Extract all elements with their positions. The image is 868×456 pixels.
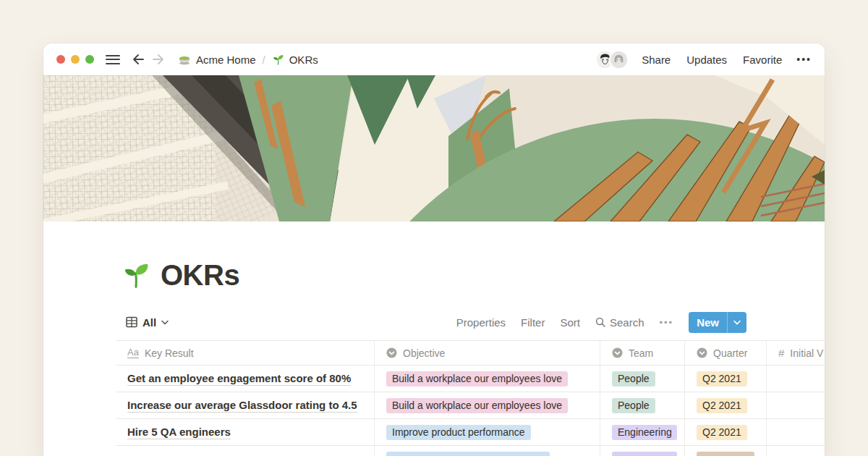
filter-button[interactable]: Filter [521,316,545,329]
okr-table: Aa Key Result Objective Team Quarter # [116,340,825,456]
table-row[interactable]: Increase our average Glassdoor rating to… [116,392,825,419]
column-header-quarter[interactable]: Quarter [685,341,767,365]
team-tag[interactable]: People [612,398,655,413]
quarter-tag[interactable]: Q2 2021 [697,371,747,387]
new-button-dropdown[interactable] [728,312,746,333]
updates-button[interactable]: Updates [686,54,727,66]
number-property-icon: # [778,347,784,359]
team-tag[interactable] [612,452,677,456]
objective-tag[interactable]: Improve product performance [386,425,531,440]
column-header-team[interactable]: Team [600,341,685,365]
objective-tag[interactable] [386,452,550,456]
chevron-down-icon [733,320,741,325]
page-title[interactable]: OKRs [161,259,239,292]
seedling-icon [272,54,284,66]
table-row[interactable] [116,446,825,456]
share-button[interactable]: Share [642,54,671,66]
select-property-icon [612,347,623,358]
objective-tag[interactable]: Build a workplace our employees love [386,371,568,387]
search-icon [595,317,605,327]
favorite-button[interactable]: Favorite [743,54,782,66]
table-row[interactable]: Hire 5 QA engineers Improve product perf… [116,419,825,446]
title-property-icon: Aa [127,347,139,358]
chevron-down-icon [161,320,169,325]
initial-value-cell[interactable] [767,392,825,418]
quarter-tag[interactable] [697,452,754,456]
view-name: All [142,316,156,329]
initial-value-cell[interactable] [767,446,825,456]
view-more-options-icon[interactable]: ••• [660,317,674,328]
cover-image [43,75,825,221]
breadcrumb-page[interactable]: OKRs [289,54,318,66]
properties-button[interactable]: Properties [456,316,506,329]
sidebar-menu-icon[interactable] [106,52,120,67]
search-label: Search [610,316,644,329]
avatar[interactable] [609,50,629,69]
initial-value-cell[interactable] [767,366,825,392]
team-tag[interactable]: Engineering [612,425,677,440]
view-toolbar: All Properties Filter Sort Search ••• Ne… [43,311,825,333]
quarter-tag[interactable]: Q2 2021 [697,398,747,413]
app-window: Acme Home / OKRs Share Updates Favorite … [43,43,825,456]
key-result-title[interactable]: Get an employee engagement score of 80% [127,372,351,386]
view-switcher[interactable]: All [126,316,169,329]
zoom-window-button[interactable] [85,55,94,64]
matcha-tea-icon [178,54,191,65]
quarter-tag[interactable]: Q2 2021 [697,425,747,440]
key-result-title[interactable]: Hire 5 QA engineers [127,426,231,439]
select-property-icon [697,347,707,358]
breadcrumb-workspace[interactable]: Acme Home [196,54,256,66]
collaborator-avatars [595,50,629,69]
forward-button[interactable] [152,54,165,65]
breadcrumb: Acme Home / OKRs [178,54,318,66]
more-options-icon[interactable]: ••• [796,54,812,65]
key-result-title[interactable]: Increase our average Glassdoor rating to… [127,399,357,413]
column-header-objective[interactable]: Objective [375,341,600,365]
back-button[interactable] [132,54,145,65]
new-button[interactable]: New [689,312,746,333]
minimize-window-button[interactable] [71,55,80,64]
breadcrumb-separator: / [263,54,265,66]
column-header-key-result[interactable]: Aa Key Result [116,341,375,365]
page-title-row: OKRs [122,258,825,292]
page-content: OKRs All Properties Filter Sort Search •… [43,258,825,456]
sort-button[interactable]: Sort [560,316,580,329]
initial-value-cell[interactable] [767,419,825,445]
window-controls [56,55,94,64]
table-view-icon [126,316,137,328]
objective-tag[interactable]: Build a workplace our employees love [386,398,568,413]
select-property-icon [386,347,397,358]
search-button[interactable]: Search [595,316,644,329]
team-tag[interactable]: People [612,371,655,387]
new-button-label[interactable]: New [689,312,727,333]
close-window-button[interactable] [56,55,65,64]
table-row[interactable]: Get an employee engagement score of 80% … [116,366,825,392]
column-header-initial-value[interactable]: # Initial V [767,341,825,365]
titlebar: Acme Home / OKRs Share Updates Favorite … [43,43,825,75]
table-header-row: Aa Key Result Objective Team Quarter # [116,340,825,366]
seedling-icon[interactable] [122,261,150,290]
